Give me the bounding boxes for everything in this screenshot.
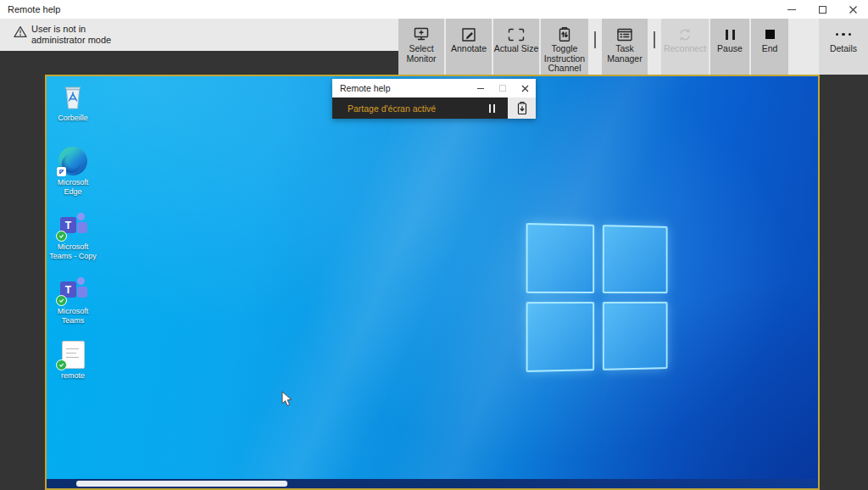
- toggle-instruction-channel-icon: [554, 25, 575, 44]
- warning-text: User is not in administrator mode: [31, 24, 111, 46]
- admin-warning-banner: User is not in administrator mode: [0, 19, 398, 51]
- toolbar-separator: [649, 19, 659, 75]
- remote-help-app-window: Remote help User is not in administrator…: [0, 0, 868, 490]
- desktop-icon-teams-copy[interactable]: T MicrosoftTeams - Copy: [47, 210, 99, 260]
- windows-logo: [526, 223, 668, 372]
- actual-size-button[interactable]: Actual Size: [493, 19, 539, 75]
- screen-sharing-status: Partage d'écran activé: [348, 103, 489, 114]
- overlay-titlebar: Remote help: [332, 79, 536, 97]
- task-manager-icon: [615, 25, 635, 44]
- titlebar: Remote help: [0, 0, 868, 19]
- desktop-icon-remote-file[interactable]: remote: [47, 339, 99, 381]
- overlay-maximize-button: [492, 79, 514, 97]
- remote-help-overlay-window: Remote help Partage d'écran activé: [332, 79, 536, 119]
- shortcut-arrow-icon: [57, 167, 66, 176]
- details-button[interactable]: Details: [819, 19, 868, 75]
- horizontal-scrollbar-thumb[interactable]: [76, 481, 287, 487]
- overlay-title: Remote help: [340, 83, 470, 93]
- pause-icon: [726, 25, 735, 44]
- actual-size-icon: [506, 25, 526, 44]
- minimize-icon: [477, 88, 484, 89]
- windows-wallpaper: [47, 76, 818, 488]
- mouse-cursor: [281, 391, 293, 408]
- pause-sharing-icon[interactable]: [489, 104, 495, 113]
- sync-check-badge: [56, 231, 67, 242]
- close-icon: [521, 85, 529, 92]
- close-button[interactable]: [837, 0, 868, 19]
- annotate-icon: [459, 25, 479, 44]
- details-icon: [836, 25, 852, 44]
- pause-button[interactable]: Pause: [710, 19, 749, 75]
- maximize-icon: [819, 6, 826, 14]
- annotate-button[interactable]: Annotate: [446, 19, 492, 75]
- sync-check-badge: [56, 295, 67, 306]
- desktop-icon-teams[interactable]: T MicrosoftTeams: [47, 275, 99, 325]
- remote-taskbar-strip: [47, 479, 818, 488]
- select-monitor-button[interactable]: SelectMonitor: [398, 19, 444, 75]
- overlay-minimize-button[interactable]: [470, 79, 492, 97]
- desktop-icon-recycle-bin[interactable]: Corbeille: [47, 81, 99, 123]
- toolbar-separator: [590, 19, 600, 75]
- remote-screen-view[interactable]: Corbeille MicrosoftEdge T Micros: [45, 75, 820, 490]
- select-monitor-icon: [411, 25, 431, 44]
- warning-icon: [14, 25, 27, 38]
- minimize-icon: [787, 9, 796, 10]
- session-toolbar: SelectMonitor Annotate Actual Size: [398, 19, 868, 75]
- task-manager-button[interactable]: TaskManager: [602, 19, 648, 75]
- overlay-close-button[interactable]: [514, 79, 536, 97]
- clipboard-icon: [516, 101, 528, 115]
- minimize-button[interactable]: [776, 0, 807, 19]
- window-controls: [776, 0, 868, 19]
- toggle-instruction-channel-button[interactable]: ToggleInstructionChannel: [541, 19, 588, 75]
- end-button[interactable]: End: [751, 19, 788, 75]
- sync-check-badge: [56, 359, 67, 370]
- overlay-status-bar: Partage d'écran activé: [332, 97, 536, 119]
- reconnect-button: Reconnect: [661, 19, 709, 75]
- recycle-bin-icon: [58, 81, 87, 112]
- end-icon: [765, 25, 775, 44]
- instruction-channel-button[interactable]: [508, 97, 536, 119]
- maximize-button[interactable]: [807, 0, 837, 19]
- window-title: Remote help: [8, 0, 60, 19]
- close-icon: [849, 5, 858, 14]
- maximize-icon: [499, 85, 506, 92]
- reconnect-icon: [675, 25, 695, 44]
- desktop-icon-microsoft-edge[interactable]: MicrosoftEdge: [47, 146, 99, 196]
